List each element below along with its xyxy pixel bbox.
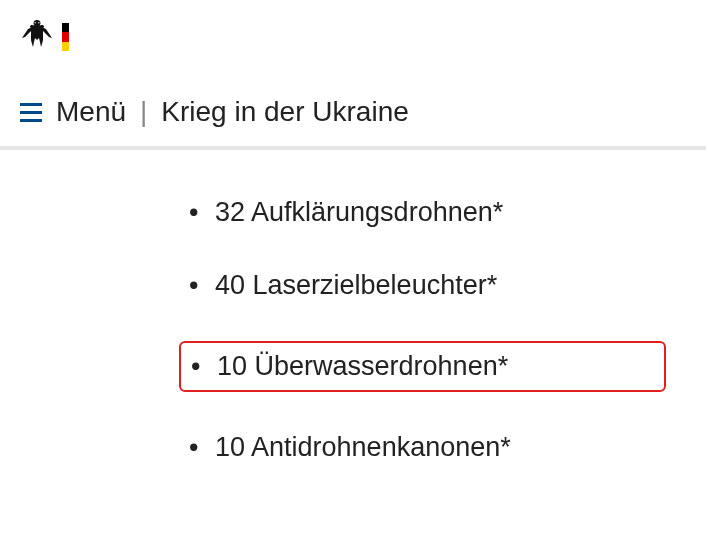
hamburger-icon[interactable] xyxy=(20,101,42,124)
menu-label[interactable]: Menü xyxy=(56,96,126,128)
content-area: 32 Aufklärungsdrohnen*40 Laserzielbeleuc… xyxy=(0,150,706,538)
list-item-text: 10 Überwasserdrohnen* xyxy=(217,351,508,381)
header-top xyxy=(0,0,706,68)
eagle-logo xyxy=(20,18,54,56)
menu-bar: Menü | Krieg in der Ukraine xyxy=(0,68,706,150)
german-flag-icon xyxy=(62,23,69,51)
list-item: 10 Überwasserdrohnen* xyxy=(179,341,666,392)
list-item: 40 Laserzielbeleuchter* xyxy=(185,268,666,303)
list-item: 32 Aufklärungsdrohnen* xyxy=(185,195,666,230)
svg-point-1 xyxy=(38,22,39,23)
list-item: 10 Antidrohnenkanonen* xyxy=(185,430,666,465)
breadcrumb-current[interactable]: Krieg in der Ukraine xyxy=(161,96,408,128)
list-item-text: 40 Laserzielbeleuchter* xyxy=(215,270,497,300)
list-item-text: 10 Antidrohnenkanonen* xyxy=(215,432,511,462)
list-item-text: 32 Aufklärungsdrohnen* xyxy=(215,197,503,227)
menu-separator: | xyxy=(140,96,147,128)
svg-point-0 xyxy=(35,22,36,23)
item-list: 32 Aufklärungsdrohnen*40 Laserzielbeleuc… xyxy=(185,195,666,465)
